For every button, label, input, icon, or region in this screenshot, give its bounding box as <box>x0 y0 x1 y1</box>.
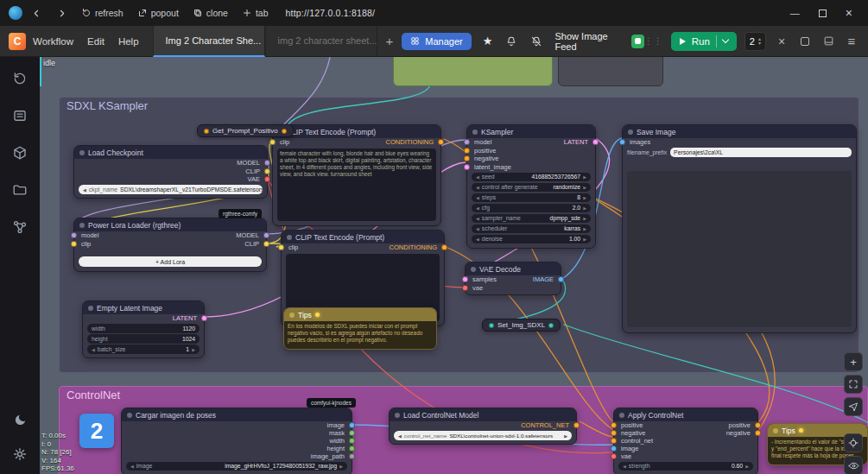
node-get-prompt-positivo[interactable]: Get_Prompt_Positivo <box>197 124 294 137</box>
scheduler-widget[interactable]: schedulerkarras <box>472 224 591 234</box>
group-number-badge[interactable]: 2 <box>79 414 114 448</box>
group-title[interactable]: ControlNet <box>60 387 867 403</box>
seed-widget[interactable]: seed416885253726567 <box>472 173 591 182</box>
filename-prefix-value[interactable]: Personajes\2ca\XL <box>670 148 852 157</box>
sidebar-queue-button[interactable] <box>12 108 28 123</box>
zoom-in-button[interactable]: + <box>844 352 863 371</box>
toggle-visibility-button[interactable] <box>844 456 863 474</box>
collapse-dot[interactable] <box>204 129 209 134</box>
control-after-generate-widget[interactable]: control after generaterandomize <box>472 183 591 193</box>
output-socket-clip[interactable] <box>264 168 270 174</box>
input-socket-clip[interactable] <box>269 139 276 145</box>
clear-queue-button[interactable]: × <box>774 34 789 49</box>
queue-panel-button[interactable] <box>797 34 813 49</box>
comfyui-logo[interactable]: C <box>9 33 26 50</box>
partial-node-green[interactable] <box>393 57 553 86</box>
drag-handle-icon[interactable]: ⋮⋮ <box>644 36 663 46</box>
sidebar-workflow-history-button[interactable] <box>12 71 28 86</box>
input-socket-images[interactable] <box>619 139 625 145</box>
input-socket-image[interactable] <box>611 446 617 452</box>
input-socket-clip[interactable] <box>278 244 284 250</box>
node-header[interactable]: Tips <box>284 308 436 321</box>
node-header[interactable]: Load Checkpoint <box>74 146 267 159</box>
node-header[interactable]: Power Lora Loader (rgthree) <box>74 218 266 231</box>
node-cargar-imagen-de-poses[interactable]: Cargar imagen de poses image mask width … <box>121 408 352 474</box>
run-button[interactable]: Run <box>671 32 737 51</box>
batch-size-widget[interactable]: batch_size1 <box>87 344 200 354</box>
input-socket-model[interactable] <box>71 232 77 238</box>
group-title[interactable]: SDXL KSampler <box>60 98 858 114</box>
popout-button[interactable]: popout <box>132 5 184 21</box>
height-widget[interactable]: height1024 <box>87 334 200 344</box>
tab-active[interactable]: Img 2 Character She... <box>153 26 265 57</box>
input-socket-model[interactable] <box>464 139 470 145</box>
run-dropdown-icon[interactable] <box>722 36 729 43</box>
url-text[interactable]: http://127.0.0.1:8188/ <box>286 8 376 18</box>
batch-count-stepper[interactable]: 2 ▴ ▾ <box>744 32 766 51</box>
node-vae-decode[interactable]: VAE Decode samples IMAGE vae <box>465 262 561 295</box>
input-socket[interactable] <box>489 323 494 328</box>
node-ksampler[interactable]: KSampler model LATENT positive negative … <box>466 124 596 249</box>
node-load-checkpoint[interactable]: Load Checkpoint MODEL CLIP VAE ckpt_name… <box>73 145 268 199</box>
show-image-feed[interactable]: Show Image Feed <box>555 31 644 52</box>
forward-button[interactable] <box>51 5 73 22</box>
output-socket[interactable] <box>548 323 554 328</box>
menu-button[interactable]: ≡ <box>844 34 859 49</box>
cfg-widget[interactable]: cfg2.0 <box>472 204 591 213</box>
input-socket-positive[interactable] <box>611 422 617 428</box>
menu-workflow[interactable]: Workflow <box>26 33 80 50</box>
output-socket[interactable] <box>282 129 287 134</box>
add-lora-button[interactable]: + Add Lora <box>79 256 262 267</box>
node-header[interactable]: Save Image <box>623 125 856 138</box>
node-header[interactable]: KSampler <box>467 125 595 138</box>
menu-help[interactable]: Help <box>111 33 146 50</box>
node-header[interactable]: CLIP Text Encode (Prompt) <box>273 125 440 138</box>
input-socket-vae[interactable] <box>611 453 617 459</box>
node-header[interactable]: CLIP Text Encode (Prompt) <box>282 231 444 243</box>
input-socket-positive[interactable] <box>464 148 470 154</box>
add-workflow-tab-button[interactable]: + <box>377 26 402 57</box>
minimize-button[interactable]: — <box>790 8 800 18</box>
stepper-down-icon[interactable]: ▾ <box>758 41 761 46</box>
menu-edit[interactable]: Edit <box>80 33 111 50</box>
back-button[interactable] <box>26 5 48 22</box>
input-socket-vae[interactable] <box>462 285 468 291</box>
node-header[interactable]: Empty Latent Image <box>83 301 204 314</box>
input-socket-latent-image[interactable] <box>464 164 470 170</box>
control-net-name-combo[interactable]: control_net_nameSDXL\controlnet-union-sd… <box>394 431 572 440</box>
node-canvas[interactable]: idle SDXL KSampler ControlNet <box>40 57 868 474</box>
fit-view-button[interactable] <box>844 375 863 394</box>
theme-toggle-button[interactable] <box>12 412 28 427</box>
prompt-textarea[interactable]: female character with long, blonde hair … <box>277 149 436 221</box>
maximize-button[interactable] <box>819 9 827 17</box>
node-load-controlnet-model[interactable]: Load ControlNet Model CONTROL_NET contro… <box>389 408 577 445</box>
node-set-img-sdxl[interactable]: Set_Img_SDXL <box>482 319 561 332</box>
new-tab-button[interactable]: tab <box>237 5 274 21</box>
strength-widget[interactable]: strength0.60 <box>618 462 753 471</box>
output-socket-clip[interactable] <box>263 241 269 247</box>
node-header[interactable]: Cargar imagen de poses <box>122 408 352 421</box>
tab-ghost[interactable]: img 2 character sheet.... <box>265 26 377 57</box>
sidebar-model-library-button[interactable] <box>12 145 28 161</box>
steps-widget[interactable]: steps8 <box>472 193 591 203</box>
input-socket-negative[interactable] <box>611 430 617 436</box>
sampler-name-widget[interactable]: sampler_namedpmpp_sde <box>472 214 591 224</box>
denoise-widget[interactable]: denoise1.00 <box>472 235 591 244</box>
ckpt-name-combo[interactable]: ckpt_nameSDXL\dreamshaperXL_v21TurboDPMS… <box>79 185 263 194</box>
node-clip-text-encode-positive[interactable]: CLIP Text Encode (Prompt) clip CONDITION… <box>272 124 441 226</box>
sidebar-node-library-button[interactable] <box>12 219 28 235</box>
node-empty-latent-image[interactable]: Empty Latent Image LATENT width1120 heig… <box>82 300 205 358</box>
star-icon[interactable]: ★ <box>483 35 493 47</box>
settings-button[interactable] <box>12 446 28 462</box>
filename-prefix-widget[interactable]: filename_prefix Personajes\2ca\XL <box>627 148 852 157</box>
manager-button[interactable]: Manager <box>402 33 471 50</box>
node-apply-controlnet[interactable]: Apply ControlNet positive positive negat… <box>613 408 758 474</box>
image-feed-toggle-icon[interactable] <box>631 35 644 48</box>
sidebar-workflows-button[interactable] <box>12 182 28 198</box>
node-power-lora-loader[interactable]: Power Lora Loader (rgthree) model MODEL … <box>73 218 267 272</box>
input-socket-samples[interactable] <box>462 276 468 282</box>
node-header[interactable]: VAE Decode <box>466 262 561 275</box>
notifications-icon[interactable] <box>504 34 518 49</box>
image-combo[interactable]: imageimage_gHrHVfoJ_1729480051932_raw.jp… <box>126 462 347 471</box>
bottom-panel-button[interactable] <box>820 34 836 49</box>
